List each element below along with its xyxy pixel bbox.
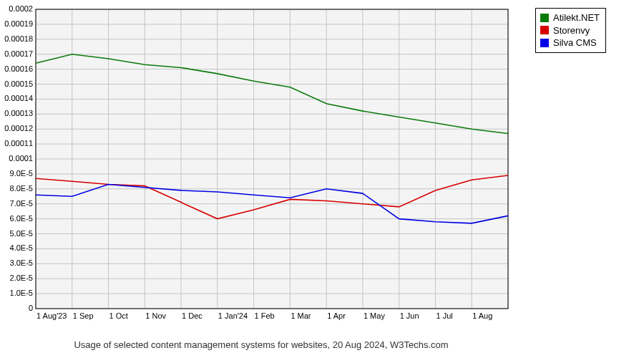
x-tick-label: 1 Oct [109,311,128,320]
x-tick-label: 1 Dec [182,311,203,320]
chart-caption: Usage of selected content management sys… [4,339,519,350]
y-tick-label: 0.00015 [4,79,33,88]
y-tick-label: 5.0E-5 [10,229,33,238]
y-tick-label: 0.0002 [9,4,33,13]
legend-swatch [540,39,549,47]
x-tick-label: 1 Jan'24 [218,311,248,320]
y-tick-label: 0.00013 [4,109,33,117]
x-tick-label: 1 Jun [400,311,419,320]
legend-label: Atilekt.NET [553,11,600,24]
y-tick-label: 0 [29,304,33,312]
legend-swatch [540,14,549,22]
line-chart: 01.0E-52.0E-53.0E-54.0E-55.0E-56.0E-57.0… [4,4,519,333]
x-tick-label: 1 May [364,311,385,320]
chart-container: 01.0E-52.0E-53.0E-54.0E-55.0E-56.0E-57.0… [4,4,640,354]
x-tick-label: 1 Nov [145,311,166,320]
y-tick-label: 0.00019 [4,19,33,28]
y-tick-label: 0.00017 [4,49,33,58]
x-tick-label: 1 Mar [291,311,311,320]
x-tick-label: 1 Sep [73,311,94,320]
y-tick-label: 6.0E-5 [10,214,33,223]
legend-label: Storenvy [553,24,590,37]
x-tick-label: 1 Feb [255,311,275,320]
legend-label: Silva CMS [553,37,597,49]
y-tick-label: 0.00018 [4,34,33,43]
y-tick-label: 2.0E-5 [10,274,33,282]
x-tick-label: 1 Jul [436,311,452,320]
y-tick-label: 4.0E-5 [10,243,33,252]
y-tick-label: 1.0E-5 [10,289,33,297]
y-tick-label: 0.00014 [4,94,33,102]
y-tick-label: 0.0001 [9,154,33,163]
y-tick-label: 0.00012 [4,124,33,132]
y-tick-label: 3.0E-5 [10,258,33,267]
x-tick-label: 1 Apr [327,311,346,320]
legend-item: Silva CMS [540,37,600,49]
legend-swatch [540,26,549,34]
y-tick-label: 0.00011 [4,139,33,147]
y-tick-label: 0.00016 [4,64,33,73]
y-tick-label: 7.0E-5 [10,199,33,208]
y-tick-label: 9.0E-5 [10,169,33,178]
legend-item: Atilekt.NET [540,11,600,24]
x-tick-label: 1 Aug'23 [36,311,67,320]
legend: Atilekt.NETStorenvySilva CMS [535,8,606,53]
y-tick-label: 8.0E-5 [10,184,33,193]
x-tick-label: 1 Aug [472,311,492,320]
legend-item: Storenvy [540,24,600,37]
